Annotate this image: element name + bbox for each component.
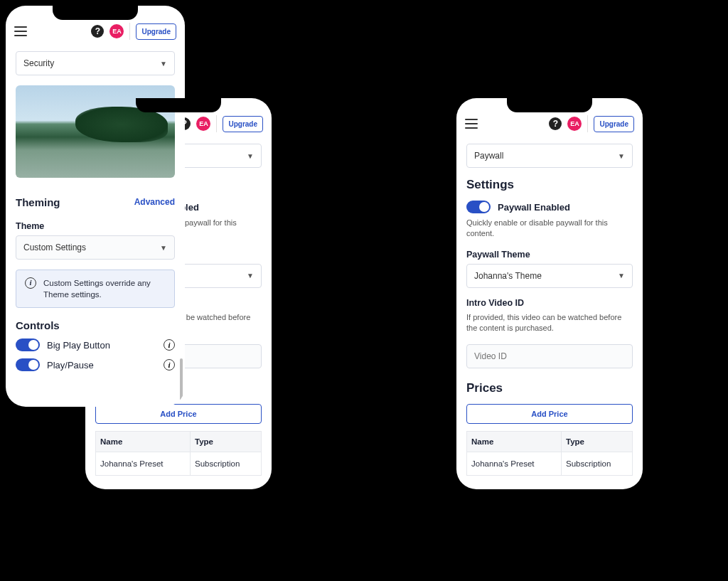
upgrade-button[interactable]: Upgrade	[594, 116, 634, 132]
table-row[interactable]: Johanna's Preset Subscription	[467, 452, 633, 475]
notch	[53, 6, 138, 20]
theme-label: Theme	[16, 221, 175, 231]
info-banner: i Custom Settings override any Theme set…	[16, 270, 175, 308]
theme-dropdown[interactable]: Johanna's Theme ▼	[466, 264, 633, 288]
cell-type: Subscription	[191, 452, 262, 475]
notch	[136, 98, 221, 112]
divider	[129, 23, 130, 40]
divider	[216, 115, 217, 132]
dropdown-value: Security	[23, 58, 54, 68]
paywall-toggle[interactable]	[466, 201, 491, 213]
topbar: ? EA Upgrade	[456, 108, 643, 139]
menu-icon[interactable]	[14, 26, 27, 36]
chevron-down-icon: ▼	[618, 152, 625, 160]
scrollbar[interactable]	[180, 358, 183, 401]
topbar-right: ? EA Upgrade	[549, 115, 634, 132]
topbar: ? EA Upgrade	[6, 16, 185, 47]
play-pause-label: Play/Pause	[47, 360, 94, 371]
advanced-link[interactable]: Advanced	[134, 197, 175, 207]
big-play-label: Big Play Button	[47, 340, 110, 351]
intro-label: Intro Video ID	[466, 298, 633, 308]
prices-heading: Prices	[466, 381, 633, 395]
avatar[interactable]: EA	[196, 117, 210, 131]
big-play-toggle[interactable]	[16, 339, 40, 351]
paywall-toggle-label: Paywall Enabled	[498, 202, 570, 213]
theme-dropdown[interactable]: Custom Settings ▼	[16, 235, 175, 260]
col-type[interactable]: Type	[191, 431, 262, 452]
help-icon[interactable]: ?	[91, 25, 104, 38]
info-icon: i	[25, 277, 36, 289]
menu-icon[interactable]	[465, 119, 478, 129]
paywall-helper: Quickly enable or disable paywall for th…	[466, 218, 633, 240]
intro-helper: If provided, this video can be watched b…	[466, 312, 633, 334]
chevron-down-icon: ▼	[247, 152, 254, 160]
prices-table: Name Type Johanna's Preset Subscription	[95, 431, 262, 476]
phone-paywall-right: ? EA Upgrade Paywall ▼ Settings Paywall …	[456, 98, 643, 489]
avatar[interactable]: EA	[109, 24, 124, 38]
prices-table: Name Type Johanna's Preset Subscription	[466, 431, 633, 476]
help-icon[interactable]: ?	[549, 117, 562, 130]
upgrade-button[interactable]: Upgrade	[136, 23, 176, 40]
col-type[interactable]: Type	[562, 431, 633, 452]
notch	[507, 98, 592, 112]
video-id-input[interactable]	[466, 344, 633, 368]
topbar-right: ? EA Upgrade	[178, 115, 263, 132]
theme-value: Johanna's Theme	[474, 271, 542, 281]
cell-type: Subscription	[562, 452, 633, 475]
upgrade-button[interactable]: Upgrade	[223, 116, 263, 132]
page-dropdown[interactable]: Paywall ▼	[466, 144, 633, 168]
dropdown-value: Paywall	[474, 151, 503, 161]
info-icon[interactable]: i	[164, 359, 175, 371]
chevron-down-icon: ▼	[160, 244, 167, 252]
controls-heading: Controls	[16, 319, 175, 331]
info-text: Custom Settings override any Theme setti…	[43, 277, 166, 300]
page-dropdown[interactable]: Security ▼	[16, 51, 175, 75]
play-pause-toggle[interactable]	[16, 358, 40, 371]
table-row[interactable]: Johanna's Preset Subscription	[96, 452, 262, 475]
add-price-button[interactable]: Add Price	[466, 404, 633, 424]
info-icon[interactable]: i	[164, 339, 175, 351]
topbar-right: ? EA Upgrade	[91, 23, 176, 40]
col-name[interactable]: Name	[96, 431, 191, 452]
col-name[interactable]: Name	[467, 431, 562, 452]
avatar[interactable]: EA	[567, 117, 582, 131]
chevron-down-icon: ▼	[247, 272, 254, 279]
theme-value: Custom Settings	[23, 242, 86, 252]
phone-theming-center: ? EA Upgrade Security ▼ Theming Advanced…	[0, 0, 191, 412]
control-big-play: Big Play Button i	[16, 339, 175, 351]
table-header-row: Name Type	[96, 431, 262, 452]
chevron-down-icon: ▼	[160, 60, 167, 68]
settings-heading: Settings	[466, 178, 633, 192]
chevron-down-icon: ▼	[618, 272, 625, 279]
cell-name: Johanna's Preset	[96, 452, 191, 475]
theme-label: Paywall Theme	[466, 250, 633, 260]
cell-name: Johanna's Preset	[467, 452, 562, 475]
table-header-row: Name Type	[467, 431, 633, 452]
divider	[587, 115, 588, 132]
theming-heading: Theming	[16, 196, 60, 208]
control-play-pause: Play/Pause i	[16, 358, 175, 371]
